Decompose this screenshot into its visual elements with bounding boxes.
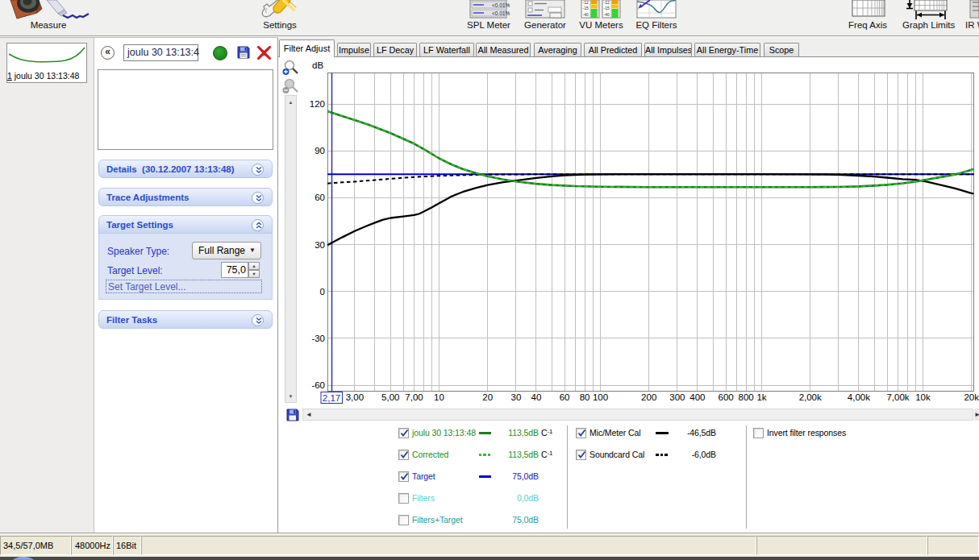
svg-text:7,00: 7,00	[405, 392, 423, 402]
svg-text:60: 60	[560, 392, 570, 402]
svg-text:400: 400	[689, 392, 705, 402]
svg-text:30: 30	[315, 240, 325, 250]
svg-text:10k: 10k	[915, 392, 931, 402]
svg-text:-30: -30	[311, 334, 325, 343]
svg-text:7,00k: 7,00k	[886, 392, 909, 402]
svg-text:800: 800	[739, 392, 754, 402]
svg-text:100: 100	[593, 392, 608, 402]
svg-text:-60: -60	[311, 380, 325, 390]
svg-text:60: 60	[315, 193, 325, 202]
svg-text:20k: 20k	[964, 392, 979, 402]
svg-text:30: 30	[511, 392, 522, 402]
svg-text:40: 40	[531, 392, 542, 402]
svg-text:2,00k: 2,00k	[799, 392, 822, 402]
svg-text:120: 120	[310, 99, 325, 109]
svg-text:dB: dB	[312, 60, 323, 70]
svg-text:200: 200	[641, 392, 656, 402]
svg-text:4,00k: 4,00k	[848, 392, 870, 402]
svg-text:5,00: 5,00	[381, 392, 399, 402]
svg-text:90: 90	[315, 146, 325, 156]
svg-text:1k: 1k	[756, 392, 766, 402]
svg-text:600: 600	[719, 392, 734, 402]
svg-text:10: 10	[434, 392, 444, 402]
svg-text:300: 300	[669, 392, 685, 402]
svg-text:3,00: 3,00	[346, 392, 364, 402]
svg-text:20: 20	[482, 392, 493, 402]
svg-text:2,17: 2,17	[323, 393, 340, 403]
svg-text:80: 80	[580, 392, 590, 402]
svg-text:0: 0	[320, 287, 325, 297]
